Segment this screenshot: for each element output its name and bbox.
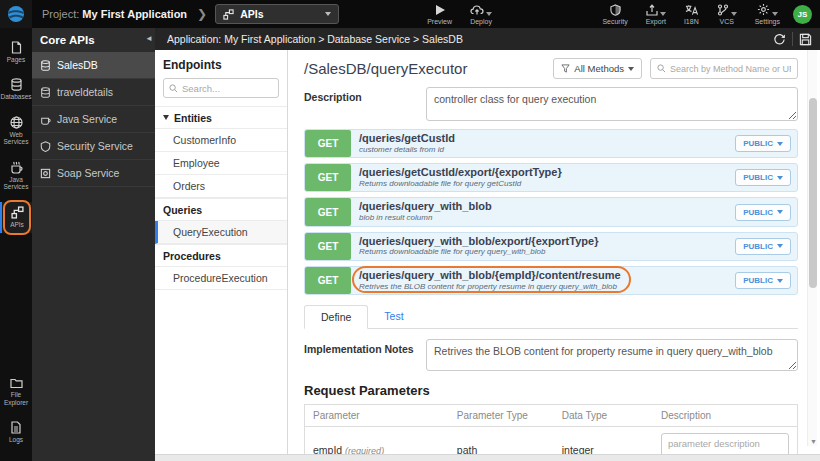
endpoints-title: Endpoints — [155, 50, 287, 78]
endpoints-search-input[interactable] — [182, 83, 262, 94]
core-apis-panel: Core APIs ◄ SalesDB traveldetails Java S… — [32, 28, 155, 461]
export-icon — [646, 4, 658, 16]
settings-button[interactable]: Settings — [755, 3, 780, 25]
vertical-scrollbar[interactable]: ▼ — [807, 50, 817, 446]
chevron-down-icon — [777, 210, 783, 214]
sidebar-item-logs[interactable]: Logs — [0, 417, 32, 448]
access-level-dropdown[interactable]: PUBLIC — [735, 169, 791, 186]
endpoints-panel: Endpoints Entities CustomerInfo Employee… — [155, 50, 288, 454]
description-label: Description — [304, 87, 426, 121]
endpoint-url: /queries/query_with_blob/{empId}/content… — [359, 269, 621, 282]
http-method-badge: GET — [305, 198, 351, 225]
core-api-item-soap-service[interactable]: Soap Service — [32, 160, 155, 187]
section-procedures[interactable]: Procedures — [155, 244, 287, 267]
refresh-icon[interactable] — [773, 33, 786, 46]
preview-button[interactable]: Preview — [427, 4, 452, 25]
scrollbar-thumb[interactable] — [809, 98, 817, 288]
api-endpoint-row[interactable]: GET /queries/query_with_blob blob in res… — [304, 197, 798, 226]
param-data-type: integer — [554, 427, 653, 454]
deploy-button[interactable]: Deploy — [470, 4, 492, 25]
chevron-down-icon — [777, 279, 783, 283]
api-endpoint-row[interactable]: GET /queries/query_with_blob/export/{exp… — [304, 232, 798, 261]
panel-collapse-icon[interactable]: ◄ — [145, 34, 153, 43]
endpoint-description: blob in result column — [359, 213, 727, 223]
pages-icon — [10, 41, 23, 54]
description-textarea[interactable]: controller class for query execution — [426, 87, 798, 121]
horizontal-scrollbar-track[interactable] — [155, 454, 820, 461]
method-search-input[interactable] — [670, 64, 791, 74]
search-icon — [657, 64, 666, 73]
play-icon — [434, 4, 446, 16]
translate-icon — [685, 4, 698, 16]
module-dropdown-label: APIs — [240, 8, 319, 20]
param-required-flag: (required) — [345, 446, 384, 454]
method-search[interactable] — [650, 58, 798, 79]
http-method-badge: GET — [305, 233, 351, 260]
column-header: Parameter Type — [449, 405, 554, 427]
sidebar-item-java-services[interactable]: Java Services — [0, 157, 32, 196]
funnel-icon — [561, 64, 570, 73]
collapse-triangle-icon — [163, 115, 169, 120]
user-avatar[interactable]: JS — [793, 5, 812, 24]
database-icon — [40, 60, 51, 71]
implementation-notes-textarea[interactable]: Retrives the BLOB content for property r… — [426, 339, 798, 371]
core-apis-title: Core APIs — [32, 28, 155, 52]
wavemaker-studio-window: Project: My First Application ❯ APIs Pre… — [0, 0, 820, 461]
endpoint-url: /queries/query_with_blob — [359, 200, 727, 213]
sidebar-item-pages[interactable]: Pages — [0, 37, 32, 68]
access-level-dropdown[interactable]: PUBLIC — [735, 238, 791, 255]
endpoint-description: customer details from id — [359, 145, 727, 155]
security-button[interactable]: Security — [602, 4, 627, 25]
access-level-dropdown[interactable]: PUBLIC — [735, 135, 791, 152]
save-icon[interactable] — [799, 33, 812, 46]
methods-filter-dropdown[interactable]: All Methods — [553, 58, 642, 79]
export-button[interactable]: Export — [646, 4, 666, 25]
access-level-dropdown[interactable]: PUBLIC — [735, 204, 791, 221]
search-icon — [169, 84, 178, 93]
project-breadcrumb: Project: My First Application — [42, 8, 187, 20]
service-title: /SalesDB/queryExecutor — [304, 60, 467, 77]
endpoint-item-procedureexecution[interactable]: ProcedureExecution — [155, 267, 287, 290]
request-parameters-table: Parameter Parameter Type Data Type Descr… — [304, 404, 798, 454]
endpoint-item-employee[interactable]: Employee — [155, 152, 287, 175]
api-endpoint-row[interactable]: GET /queries/getCustId customer details … — [304, 129, 798, 158]
endpoint-item-queryexecution[interactable]: QueryExecution — [155, 221, 287, 244]
core-api-item-traveldetails[interactable]: traveldetails — [32, 79, 155, 106]
top-bar: Project: My First Application ❯ APIs Pre… — [0, 0, 820, 28]
section-entities[interactable]: Entities — [155, 106, 287, 129]
chevron-down-icon — [777, 176, 783, 180]
api-endpoint-row[interactable]: GET /queries/getCustId/export/{exportTyp… — [304, 163, 798, 192]
request-parameters-title: Request Parameters — [304, 383, 798, 398]
endpoint-description: Returns downloadable file for query quer… — [359, 247, 727, 257]
sidebar-item-web-services[interactable]: Web Services — [0, 112, 32, 151]
column-header: Description — [653, 405, 798, 427]
app-logo[interactable] — [0, 0, 32, 28]
access-level-dropdown[interactable]: PUBLIC — [735, 272, 791, 289]
sidebar-item-databases[interactable]: Databases — [0, 74, 32, 105]
wavemaker-logo-icon — [7, 5, 25, 23]
scrollbar-down-arrow[interactable]: ▼ — [810, 438, 817, 445]
sidebar-item-file-explorer[interactable]: File Explorer — [0, 373, 32, 411]
i18n-button[interactable]: I18N — [684, 4, 699, 25]
sidebar-item-apis[interactable]: APIs — [0, 202, 32, 233]
tab-test[interactable]: Test — [368, 305, 419, 328]
api-icon — [11, 206, 24, 219]
core-api-item-salesdb[interactable]: SalesDB — [32, 52, 155, 79]
database-icon — [40, 87, 51, 98]
endpoint-description: Retrives the BLOB content for property r… — [359, 282, 621, 292]
vcs-button[interactable]: VCS — [717, 4, 737, 25]
section-queries[interactable]: Queries — [155, 198, 287, 221]
param-description-textarea[interactable] — [661, 433, 789, 454]
tab-define[interactable]: Define — [304, 305, 368, 329]
api-endpoint-row-selected[interactable]: GET /queries/query_with_blob/{empId}/con… — [304, 266, 798, 295]
endpoints-search[interactable] — [163, 78, 279, 98]
header-divider — [792, 32, 793, 46]
core-api-item-java-service[interactable]: Java Service — [32, 106, 155, 133]
core-api-item-security-service[interactable]: Security Service — [32, 133, 155, 160]
endpoint-item-orders[interactable]: Orders — [155, 175, 287, 198]
param-name: empId — [313, 444, 342, 454]
chevron-down-icon — [628, 67, 634, 71]
endpoint-item-customerinfo[interactable]: CustomerInfo — [155, 129, 287, 152]
chevron-down-icon — [772, 12, 778, 16]
module-dropdown[interactable]: APIs — [215, 4, 339, 24]
